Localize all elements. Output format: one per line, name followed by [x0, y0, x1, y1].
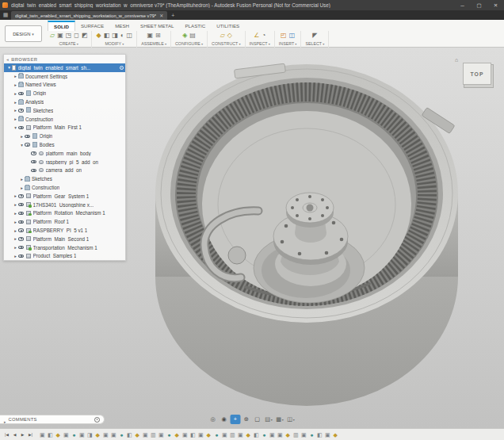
section-analysis-icon[interactable]: ◔ [262, 32, 265, 40]
caret-right-icon[interactable] [13, 227, 18, 235]
caret-right-icon[interactable] [13, 201, 18, 209]
display-settings-icon[interactable]: ▤ ▾ [264, 415, 274, 424]
caret-right-icon[interactable] [19, 175, 25, 183]
timeline-feature-icon[interactable]: ▣ [221, 430, 228, 440]
timeline-feature-icon[interactable]: ◆ [94, 430, 101, 440]
timeline-feature-icon[interactable]: ◧ [189, 430, 197, 440]
select-icon[interactable]: ◤ [312, 32, 317, 40]
joint-icon[interactable]: ⊞ [155, 32, 161, 40]
press-pull-icon[interactable]: ◆ [96, 32, 101, 40]
zoom-icon[interactable]: ⊕ [242, 415, 252, 424]
timeline-feature-icon[interactable]: ● [213, 430, 220, 440]
browser-item-stepper-motor[interactable]: 17HS3401_Usongshine x... [4, 201, 125, 209]
timeline-feature-icon[interactable]: ◆ [55, 430, 62, 440]
viewports-icon[interactable]: ◫ ▾ [286, 415, 296, 424]
timeline-feature-icon[interactable]: ◧ [47, 430, 54, 440]
visibility-eye-icon[interactable] [18, 109, 24, 112]
visibility-eye-icon[interactable] [18, 237, 24, 240]
box-icon[interactable]: ▣ [57, 32, 63, 40]
browser-item-sketches[interactable]: Sketches [4, 106, 125, 115]
browser-item-named-views[interactable]: Named Views [4, 81, 125, 90]
view-cube[interactable]: ⌂ TOP [456, 59, 496, 95]
browser-item-construction-child[interactable]: Construction [4, 183, 125, 192]
browser-item-origin[interactable]: Origin [4, 89, 125, 98]
shell-icon[interactable]: ◨ [112, 32, 118, 40]
visibility-eye-icon[interactable] [25, 135, 30, 138]
caret-right-icon[interactable] [13, 106, 18, 114]
browser-item-bodies[interactable]: Bodies [4, 140, 125, 149]
browser-root-item[interactable]: digital_twin_enabled_smart_sh... [4, 63, 125, 72]
visibility-eye-icon[interactable] [18, 126, 24, 129]
visibility-eye-icon[interactable] [18, 92, 24, 95]
browser-item-sketches-child[interactable]: Sketches [4, 174, 125, 183]
comments-bar[interactable]: COMMENTS [0, 415, 105, 424]
timeline-feature-icon[interactable]: ▣ [269, 430, 276, 440]
caret-down-icon[interactable] [6, 63, 12, 71]
caret-down-icon[interactable] [19, 141, 25, 149]
workspace-selector[interactable]: DESIGN [5, 25, 42, 42]
group-label-inspect[interactable]: INSPECT [250, 41, 270, 46]
timeline-feature-icon[interactable]: ▣ [63, 430, 70, 440]
construction-axis-icon[interactable]: ◇ [227, 32, 232, 40]
close-button[interactable]: ✕ [489, 0, 502, 10]
ribbon-tab[interactable]: SOLID [48, 21, 75, 31]
browser-item-platform-roof[interactable]: Platform_Roof 1 [4, 217, 125, 226]
caret-right-icon[interactable] [13, 98, 18, 106]
timeline-feature-icon[interactable]: ◆ [205, 430, 212, 440]
visibility-eye-icon[interactable] [18, 220, 24, 224]
3d-viewport[interactable]: BROWSER digital_twin_enabled_smart_sh...… [0, 48, 504, 428]
visibility-eye-icon[interactable] [18, 212, 24, 215]
browser-item-transportation-mechanism[interactable]: Transportation_Mechanism 1 [4, 243, 125, 252]
minimize-button[interactable]: ─ [456, 0, 469, 10]
caret-right-icon[interactable] [19, 184, 25, 192]
group-label-modify[interactable]: MODIFY [105, 41, 124, 46]
grid-settings-icon[interactable]: ▦ ▾ [275, 415, 285, 424]
timeline-feature-icon[interactable]: ● [118, 430, 125, 440]
group-label-select[interactable]: SELECT [305, 41, 324, 46]
browser-item-construction[interactable]: Construction [4, 115, 125, 124]
chevron-right-icon[interactable] [4, 412, 6, 427]
create-sketch-icon[interactable]: ▱ [50, 32, 55, 40]
browser-item-platform-main-second[interactable]: Platform_Main_Second 1 [4, 235, 125, 243]
timeline-feature-icon[interactable]: ◆ [245, 430, 252, 440]
visibility-eye-icon[interactable] [25, 143, 30, 146]
browser-item-document-settings[interactable]: Document Settings [4, 72, 125, 81]
caret-right-icon[interactable] [13, 192, 18, 200]
insert-mesh-icon[interactable]: ◰ [281, 32, 287, 40]
ribbon-tab[interactable]: SHEET METAL [135, 21, 179, 31]
caret-right-icon[interactable] [13, 252, 18, 260]
timeline-feature-icon[interactable]: ▥ [292, 430, 300, 440]
document-tab[interactable]: digital_twin_enabled_smart_shipping_work… [11, 11, 167, 20]
timeline-feature-icon[interactable]: ◆ [134, 430, 141, 440]
browser-item-platform-main-first[interactable]: Platform_Main_First 1 [4, 124, 125, 132]
visibility-eye-icon[interactable] [18, 228, 24, 231]
configuration-table-icon[interactable]: ▤ [189, 32, 196, 40]
new-component-icon[interactable]: ▣ [147, 32, 153, 40]
caret-right-icon[interactable] [13, 218, 18, 226]
browser-item-analysis[interactable]: Analysis [4, 98, 125, 106]
timeline-feature-icon[interactable]: ▣ [78, 430, 86, 440]
home-icon[interactable]: ⌂ [455, 57, 458, 63]
ribbon-tab[interactable]: UTILITIES [211, 21, 245, 31]
fillet-icon[interactable]: ◧ [104, 32, 110, 40]
timeline-feature-icon[interactable]: ◧ [316, 430, 323, 440]
group-label-create[interactable]: CREATE [59, 41, 78, 46]
timeline-feature-icon[interactable]: ▣ [142, 430, 149, 440]
caret-right-icon[interactable] [13, 90, 18, 98]
timeline-feature-icon[interactable]: ◆ [174, 430, 181, 440]
extrude-icon[interactable]: ◳ [66, 32, 72, 40]
browser-item-raspberry-pi-5-add-on[interactable]: raspberry_pi_5_add_on [4, 158, 125, 166]
group-label-insert[interactable]: INSERT [279, 41, 297, 46]
activate-component-radio[interactable] [120, 66, 124, 71]
timeline-feature-icon[interactable]: ▣ [324, 430, 331, 440]
playback-control-icon[interactable]: ◀ [11, 430, 18, 440]
caret-right-icon[interactable] [13, 243, 18, 251]
comment-indicator-icon[interactable] [94, 417, 100, 423]
measure-icon[interactable]: ∠ [254, 32, 259, 40]
visibility-eye-icon[interactable] [31, 169, 36, 172]
timeline-feature-icon[interactable]: ▣ [158, 430, 165, 440]
timeline-feature-icon[interactable]: ◧ [126, 430, 133, 440]
pan-icon[interactable]: + [231, 415, 241, 424]
platform-model[interactable] [155, 63, 458, 406]
timeline-feature-icon[interactable]: ● [166, 430, 173, 440]
